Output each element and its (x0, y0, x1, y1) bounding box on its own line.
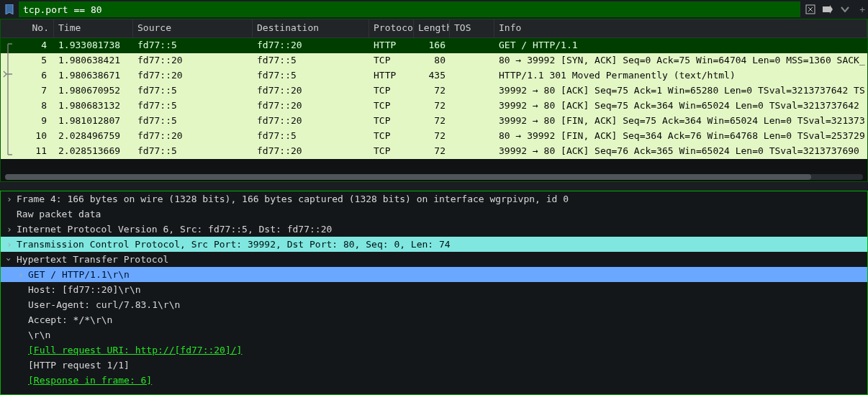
cell: fd77::20 (253, 83, 369, 99)
packet-list-pane: No. Time Source Destination Protocol Len… (0, 19, 868, 182)
apply-filter-icon[interactable] (820, 2, 835, 17)
detail-http-request-line[interactable]: GET / HTTP/1.1\r\n (1, 267, 867, 282)
scrollbar-thumb[interactable] (5, 174, 811, 180)
cell: TCP (369, 83, 414, 99)
column-header-no[interactable]: No. (1, 19, 54, 37)
detail-http-full-uri[interactable]: [Full request URI: http://[fd77::20]/] (1, 342, 867, 358)
cell: 72 (414, 83, 450, 99)
chevron-right-icon[interactable] (15, 269, 27, 280)
add-filter-button-icon[interactable]: + (859, 4, 865, 15)
chevron-right-icon[interactable] (4, 224, 15, 235)
cell: 2.028496759 (54, 129, 133, 144)
cell (450, 53, 494, 68)
detail-raw-text: Raw packet data (15, 209, 101, 219)
detail-reqno-text: [HTTP request 1/1] (27, 360, 130, 371)
cell: fd77::20 (133, 68, 253, 83)
column-header-protocol[interactable]: Protocol (369, 19, 414, 37)
detail-http-crlf[interactable]: \r\n (1, 327, 867, 342)
detail-full-uri-link[interactable]: [Full request URI: http://[fd77::20]/] (27, 345, 242, 355)
chevron-down-icon[interactable] (4, 254, 15, 265)
display-filter-input[interactable] (19, 1, 800, 17)
detail-http-user-agent[interactable]: User-Agent: curl/7.83.1\r\n (1, 297, 867, 312)
cell: 39992 → 80 [ACK] Seq=75 Ack=1 Win=65280 … (494, 83, 867, 99)
packet-row[interactable]: 41.933081738fd77::5fd77::20HTTP166GET / … (1, 38, 867, 53)
packet-list-header[interactable]: No. Time Source Destination Protocol Len… (1, 19, 867, 38)
cell: 1.980638671 (54, 68, 133, 83)
detail-http-accept[interactable]: Accept: */*\r\n (1, 312, 867, 327)
column-header-info[interactable]: Info (494, 19, 867, 37)
cell: fd77::5 (133, 83, 253, 99)
cell: 9 (1, 114, 54, 129)
packet-row[interactable]: 91.981012807fd77::5fd77::20TCP7239992 → … (1, 114, 867, 129)
detail-raw[interactable]: Raw packet data (1, 206, 867, 222)
cell: fd77::5 (253, 129, 369, 144)
column-header-length[interactable]: Length (414, 19, 450, 37)
detail-crlf-text: \r\n (27, 330, 50, 340)
cell: 39992 → 80 [ACK] Seq=76 Ack=365 Win=6502… (494, 144, 867, 159)
cell (450, 99, 494, 114)
cell: fd77::5 (253, 53, 369, 68)
detail-frame-text: Frame 4: 166 bytes on wire (1328 bits), … (15, 194, 569, 204)
cell: fd77::20 (253, 38, 369, 53)
packet-list-body[interactable]: 41.933081738fd77::5fd77::20HTTP166GET / … (1, 38, 867, 159)
cell: 1.981012807 (54, 114, 133, 129)
detail-http-text: Hypertext Transfer Protocol (15, 254, 168, 265)
cell: fd77::5 (133, 114, 253, 129)
cell: 10 (1, 129, 54, 144)
chevron-right-icon[interactable] (4, 239, 15, 250)
cell: 72 (414, 99, 450, 114)
packet-row[interactable]: 112.028513669fd77::5fd77::20TCP7239992 →… (1, 144, 867, 159)
cell: TCP (369, 129, 414, 144)
cell: HTTP (369, 68, 414, 83)
cell: HTTP/1.1 301 Moved Permanently (text/htm… (494, 68, 867, 83)
cell: TCP (369, 114, 414, 129)
cell: fd77::20 (253, 99, 369, 114)
column-header-destination[interactable]: Destination (253, 19, 369, 37)
cell (450, 129, 494, 144)
packet-row[interactable]: 71.980670952fd77::5fd77::20TCP7239992 → … (1, 83, 867, 99)
cell (450, 68, 494, 83)
cell: TCP (369, 144, 414, 159)
cell: 1.980683132 (54, 99, 133, 114)
column-header-source[interactable]: Source (133, 19, 253, 37)
pane-splitter[interactable] (0, 182, 868, 191)
column-header-tos[interactable]: TOS (450, 19, 494, 37)
cell: TCP (369, 53, 414, 68)
cell: 72 (414, 129, 450, 144)
cell: 72 (414, 144, 450, 159)
cell (450, 144, 494, 159)
cell: 39992 → 80 [FIN, ACK] Seq=75 Ack=364 Win… (494, 114, 867, 129)
detail-http-response-frame[interactable]: [Response in frame: 6] (1, 373, 867, 388)
detail-ua-text: User-Agent: curl/7.83.1\r\n (27, 299, 180, 310)
detail-ipv6-text: Internet Protocol Version 6, Src: fd77::… (15, 224, 332, 235)
packet-row[interactable]: 51.980638421fd77::20fd77::5TCP8080 → 399… (1, 53, 867, 68)
detail-tcp-text: Transmission Control Protocol, Src Port:… (15, 239, 451, 250)
cell: 4 (1, 38, 54, 53)
clear-filter-icon[interactable] (803, 2, 818, 17)
cell: 80 (414, 53, 450, 68)
detail-http[interactable]: Hypertext Transfer Protocol (1, 252, 867, 267)
cell: 435 (414, 68, 450, 83)
bookmark-icon[interactable] (3, 3, 16, 16)
detail-tcp[interactable]: Transmission Control Protocol, Src Port:… (1, 237, 867, 252)
detail-frame[interactable]: Frame 4: 166 bytes on wire (1328 bits), … (1, 191, 867, 206)
cell: fd77::20 (133, 129, 253, 144)
detail-ipv6[interactable]: Internet Protocol Version 6, Src: fd77::… (1, 222, 867, 237)
cell: 1.980670952 (54, 83, 133, 99)
detail-response-link[interactable]: [Response in frame: 6] (27, 375, 152, 386)
cell: GET / HTTP/1.1 (494, 38, 867, 53)
packet-row[interactable]: 61.980638671fd77::20fd77::5HTTP435HTTP/1… (1, 68, 867, 83)
cell: fd77::20 (253, 114, 369, 129)
cell: fd77::5 (133, 38, 253, 53)
filter-history-icon[interactable] (838, 2, 852, 17)
cell (450, 38, 494, 53)
detail-http-host[interactable]: Host: [fd77::20]\r\n (1, 282, 867, 297)
column-header-time[interactable]: Time (54, 19, 133, 37)
packet-list-hscrollbar[interactable] (5, 174, 863, 180)
packet-row[interactable]: 102.028496759fd77::20fd77::5TCP7280 → 39… (1, 129, 867, 144)
detail-http-request-number[interactable]: [HTTP request 1/1] (1, 358, 867, 373)
cell: 80 → 39992 [FIN, ACK] Seq=364 Ack=76 Win… (494, 129, 867, 144)
packet-row[interactable]: 81.980683132fd77::5fd77::20TCP7239992 → … (1, 99, 867, 114)
packet-details-pane[interactable]: Frame 4: 166 bytes on wire (1328 bits), … (0, 191, 868, 395)
chevron-right-icon[interactable] (4, 194, 15, 204)
